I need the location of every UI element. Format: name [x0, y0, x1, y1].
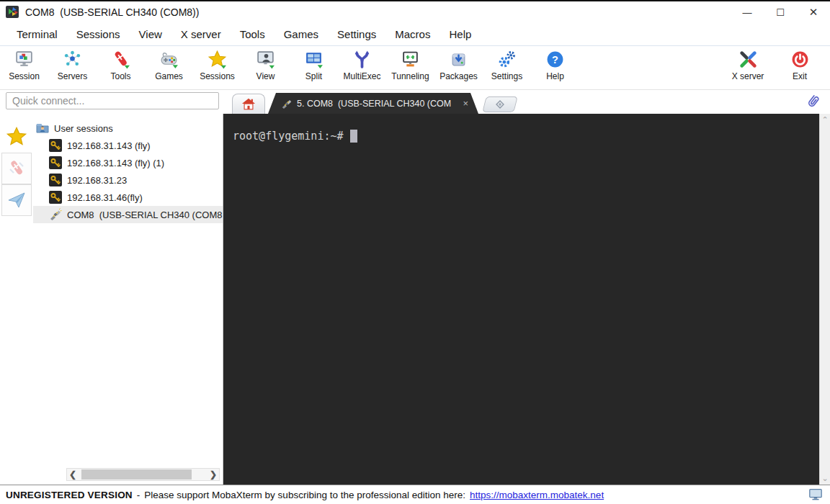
tools-knife-icon — [7, 159, 26, 178]
session-label: COM8 (USB-SERIAL CH340 (COM8 — [67, 210, 223, 220]
window-title: COM8 (USB-SERIAL CH340 (COM8)) — [25, 6, 199, 18]
toolbar-label: Servers — [58, 71, 87, 81]
new-tab-button[interactable] — [482, 96, 517, 112]
settings-gears-icon — [497, 50, 517, 69]
ssh-key-icon — [49, 191, 62, 204]
mobatek-link[interactable]: https://mobaxterm.mobatek.net — [470, 490, 604, 500]
toolbar-label: Help — [546, 71, 564, 81]
session-item-ssh[interactable]: 192.168.31.46(fly) — [33, 189, 223, 206]
xserver-icon — [738, 50, 758, 69]
toolbar-label: Session — [9, 71, 40, 81]
toolbar-xserver[interactable]: X server — [722, 50, 774, 81]
scroll-up-icon[interactable]: ⌃ — [821, 115, 828, 125]
menu-bar: Terminal Sessions View X server Tools Ga… — [0, 23, 830, 46]
scroll-left-icon[interactable]: ❮ — [67, 469, 79, 480]
terminal-cursor — [350, 130, 357, 143]
menu-settings[interactable]: Settings — [328, 25, 385, 43]
tree-root-user-sessions[interactable]: User sessions — [33, 120, 223, 137]
menu-sessions[interactable]: Sessions — [67, 25, 130, 43]
toolbar-label: MultiExec — [343, 71, 380, 81]
serial-plug-icon — [49, 208, 62, 221]
status-separator: - — [137, 490, 140, 500]
menu-help[interactable]: Help — [439, 25, 481, 43]
sidebar-tab-macros[interactable] — [1, 184, 32, 216]
sidebar-horizontal-scrollbar[interactable]: ❮ ❯ — [66, 468, 220, 481]
toolbar-tools[interactable]: Tools — [97, 50, 145, 81]
terminal-pane: root@flygemini:~# ⌃ ⌄ — [223, 114, 830, 485]
tab-close-icon[interactable]: × — [460, 98, 468, 109]
scroll-track[interactable] — [79, 469, 208, 480]
attachments-paperclip-icon[interactable] — [805, 93, 821, 110]
toolbar-label: Exit — [793, 71, 807, 81]
toolbar-label: Packages — [439, 71, 478, 81]
menu-view[interactable]: View — [130, 25, 171, 43]
session-item-serial-selected[interactable]: COM8 (USB-SERIAL CH340 (COM8 — [33, 206, 223, 223]
quick-connect-input[interactable] — [6, 92, 219, 109]
svg-text:?: ? — [552, 54, 558, 66]
menu-terminal[interactable]: Terminal — [7, 25, 67, 43]
session-icon — [14, 50, 34, 69]
session-item-ssh[interactable]: 192.168.31.23 — [33, 171, 223, 189]
ssh-key-icon — [49, 174, 62, 186]
sidebar-tab-tools[interactable] — [1, 153, 32, 184]
menu-macros[interactable]: Macros — [385, 25, 439, 43]
games-icon — [159, 50, 179, 69]
split-icon — [304, 50, 323, 69]
toolbar-tunneling[interactable]: Tunneling — [386, 50, 434, 81]
home-tab[interactable] — [232, 94, 265, 114]
main-area: User sessions 192.168.31.143 (fly) 192.1… — [0, 114, 830, 485]
home-icon — [241, 97, 256, 112]
toolbar-packages[interactable]: Packages — [434, 50, 483, 81]
tree-root-label: User sessions — [54, 123, 113, 134]
remote-monitor-icon[interactable] — [808, 488, 823, 501]
serial-plug-icon — [281, 98, 293, 109]
terminal-vertical-scrollbar[interactable]: ⌃ ⌄ — [819, 114, 830, 485]
session-item-ssh[interactable]: 192.168.31.143 (fly) (1) — [33, 154, 223, 171]
toolbar-label: Games — [155, 71, 183, 81]
star-icon — [6, 126, 27, 148]
unregistered-version-label: UNREGISTERED VERSION — [6, 490, 133, 500]
session-item-ssh[interactable]: 192.168.31.143 (fly) — [33, 137, 223, 154]
toolbar-settings[interactable]: Settings — [483, 50, 531, 81]
toolbar-label: Tunneling — [391, 71, 429, 81]
window-controls: — ☐ ✕ — [731, 1, 830, 23]
session-label: 192.168.31.143 (fly) (1) — [67, 158, 164, 168]
menu-tools[interactable]: Tools — [231, 25, 275, 43]
tab-com8[interactable]: 5. COM8 (USB-SERIAL CH340 (COM × — [268, 93, 478, 114]
close-button[interactable]: ✕ — [797, 1, 830, 23]
toolbar-label: Sessions — [200, 71, 235, 81]
toolbar-games[interactable]: Games — [145, 50, 193, 81]
terminal[interactable]: root@flygemini:~# — [223, 114, 819, 485]
toolbar-split[interactable]: Split — [290, 50, 338, 81]
scroll-right-icon[interactable]: ❯ — [208, 469, 219, 480]
scroll-thumb[interactable] — [81, 469, 192, 480]
toolbar-right: X server Exit — [722, 50, 830, 81]
session-label: 192.168.31.23 — [67, 175, 127, 186]
toolbar-label: View — [256, 71, 275, 81]
toolbar-session[interactable]: Session — [0, 50, 48, 81]
packages-icon — [449, 50, 468, 69]
toolbar-help[interactable]: ? Help — [531, 50, 579, 81]
session-tree: User sessions 192.168.31.143 (fly) 192.1… — [33, 114, 223, 485]
menu-games[interactable]: Games — [275, 25, 328, 43]
terminal-prompt: root@flygemini:~# — [233, 130, 344, 143]
toolbar-view[interactable]: View — [241, 50, 290, 81]
minimize-button[interactable]: — — [731, 1, 764, 23]
menu-xserver[interactable]: X server — [171, 25, 231, 43]
tab-row: 5. COM8 (USB-SERIAL CH340 (COM × — [0, 90, 830, 114]
exit-icon — [790, 50, 810, 69]
toolbar-multiexec[interactable]: MultiExec — [338, 50, 386, 81]
sessions-star-icon — [208, 50, 227, 69]
tab-label: 5. COM8 (USB-SERIAL CH340 (COM — [297, 99, 455, 109]
titlebar: COM8 (USB-SERIAL CH340 (COM8)) — ☐ ✕ — [0, 1, 830, 23]
toolbar-label: X server — [732, 71, 764, 81]
toolbar-label: Tools — [110, 71, 130, 81]
scroll-down-icon[interactable]: ⌄ — [821, 474, 828, 483]
toolbar-sessions[interactable]: Sessions — [193, 50, 241, 81]
maximize-button[interactable]: ☐ — [764, 1, 797, 23]
toolbar-servers[interactable]: Servers — [48, 50, 97, 81]
sidebar-icon-strip — [0, 114, 33, 485]
multiexec-icon — [352, 50, 372, 69]
sidebar-tab-sessions[interactable] — [1, 121, 32, 153]
toolbar-exit[interactable]: Exit — [774, 50, 826, 81]
